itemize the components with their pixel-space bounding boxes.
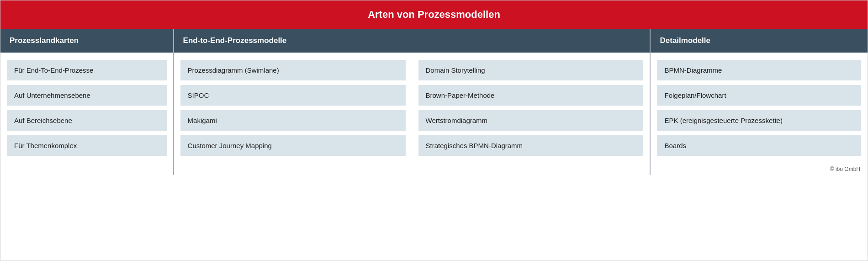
col3-heading-label: Detailmodelle <box>660 36 710 45</box>
columns-container: Prozesslandkarten Für End-To-End-Prozess… <box>0 29 868 175</box>
col3-header: Detailmodelle <box>651 29 868 53</box>
col2-heading-label: End-to-End-Prozessmodelle <box>183 36 287 45</box>
list-item: Wertstromdiagramm <box>418 110 644 131</box>
list-item: SIPOC <box>180 85 406 106</box>
list-item: BPMN-Diagramme <box>657 60 861 80</box>
list-item: Makigami <box>180 110 406 131</box>
page-wrapper: Arten von Prozessmodellen Prozesslandkar… <box>0 0 868 261</box>
copyright-label: © ibo GmbH <box>830 166 860 172</box>
list-item: Domain Storytelling <box>418 60 644 80</box>
col1-items: Für End-To-End-Prozesse Auf Unternehmens… <box>0 53 173 163</box>
list-item: Auf Bereichsebene <box>7 110 167 131</box>
col2-header: End-to-End-Prozessmodelle <box>174 29 650 53</box>
column-prozesslandkarten: Prozesslandkarten Für End-To-End-Prozess… <box>0 29 174 175</box>
column-detailmodelle: Detailmodelle BPMN-Diagramme Folgeplan/F… <box>651 29 868 175</box>
column-end-to-end: End-to-End-Prozessmodelle Prozessdiagram… <box>174 29 651 175</box>
list-item: Folgeplan/Flowchart <box>657 85 861 106</box>
col2-sub2: Domain Storytelling Brown-Paper-Methode … <box>412 53 650 163</box>
list-item: Brown-Paper-Methode <box>418 85 644 106</box>
col2-inner: Prozessdiagramm (Swimlane) SIPOC Makigam… <box>174 53 650 163</box>
page-header: Arten von Prozessmodellen <box>0 0 868 29</box>
list-item: Prozessdiagramm (Swimlane) <box>180 60 406 80</box>
col3-items: BPMN-Diagramme Folgeplan/Flowchart EPK (… <box>651 53 868 163</box>
col1-header: Prozesslandkarten <box>0 29 173 53</box>
list-item: Boards <box>657 135 861 156</box>
list-item: Strategisches BPMN-Diagramm <box>418 135 644 156</box>
list-item: Für Themenkomplex <box>7 135 167 156</box>
list-item: Auf Unternehmensebene <box>7 85 167 106</box>
list-item: Customer Journey Mapping <box>180 135 406 156</box>
header-title: Arten von Prozessmodellen <box>368 9 500 20</box>
list-item: EPK (ereignisgesteuerte Prozesskette) <box>657 110 861 131</box>
list-item: Für End-To-End-Prozesse <box>7 60 167 80</box>
footer-note: © ibo GmbH <box>651 163 868 175</box>
col2-sub1: Prozessdiagramm (Swimlane) SIPOC Makigam… <box>174 53 412 163</box>
col1-heading-label: Prozesslandkarten <box>10 36 79 45</box>
